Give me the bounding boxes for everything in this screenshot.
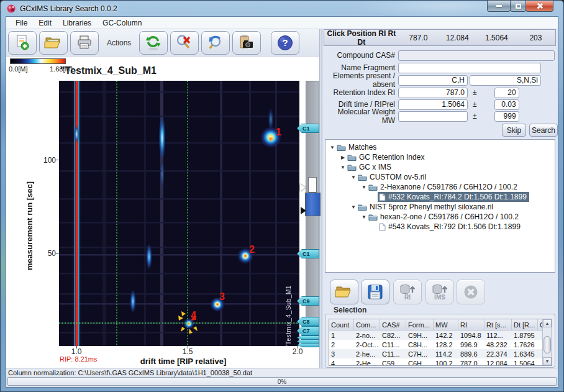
col-formula[interactable]: Form... [406, 319, 434, 330]
open-file-button[interactable] [39, 31, 68, 55]
expander-icon[interactable]: ▼ [329, 145, 335, 150]
folder-icon [358, 203, 367, 211]
elements-absent-field[interactable]: S,N,Si [470, 75, 541, 86]
retention-index-tolerance-field[interactable]: 20 [494, 88, 519, 98]
table-row[interactable]: 42-He...C59...C6H...100.2787.012.0841.50… [329, 358, 542, 366]
expander-icon[interactable]: ▼ [350, 175, 357, 180]
table-row[interactable]: 12-no...C82...C9H...142.21094.8112...1.8… [329, 330, 542, 340]
title-bar[interactable]: GCxIMS Library Search 0.0.2 [1, 1, 563, 16]
menu-libraries[interactable]: Libraries [57, 17, 97, 29]
compound-cas-field[interactable] [398, 50, 555, 61]
print-button[interactable] [70, 31, 99, 55]
plusminus-symbol: ± [473, 88, 477, 97]
reset-zoom-button[interactable] [201, 31, 230, 55]
peak-label-4: 4 [191, 310, 196, 321]
selected-match[interactable]: #532 Kovats_RI:784.2 Dt:1.506 Dt:1.1899 [378, 192, 529, 202]
scale-scrollbar[interactable] [306, 81, 319, 346]
col-rt[interactable]: Rt [s... [484, 319, 512, 330]
delete-selection-button[interactable] [457, 280, 485, 304]
maximize-icon [516, 4, 521, 9]
save-selection-button[interactable] [361, 280, 389, 304]
scale-marker-white[interactable] [300, 184, 306, 191]
carbon-tag-c1b[interactable]: C1 [297, 249, 319, 258]
scale-slider-upper[interactable] [308, 177, 317, 193]
minimize-icon [496, 5, 502, 7]
scale-slider-thumb[interactable] [305, 193, 321, 216]
menu-file[interactable]: File [10, 17, 33, 29]
new-file-button[interactable] [8, 31, 37, 55]
add-to-ims-library-button[interactable]: IMS [425, 280, 454, 304]
carbon-tag-stack[interactable] [297, 339, 319, 344]
help-button[interactable]: ? [271, 31, 299, 55]
scroll-down-button[interactable]: ▼ [543, 357, 552, 365]
plusminus-symbol: ± [473, 112, 477, 121]
carbon-tag-stack[interactable] [297, 343, 319, 347]
tree-node-gc-x-ims[interactable]: ▼ GC x IMS [325, 162, 555, 172]
expander-icon[interactable]: ▼ [361, 214, 367, 220]
expander-icon[interactable]: ▼ [350, 204, 357, 210]
load-selection-button[interactable] [330, 280, 358, 304]
clear-search-button[interactable] [170, 31, 199, 55]
menu-edit[interactable]: Edit [33, 17, 57, 29]
name-fragment-field[interactable] [398, 63, 541, 73]
refresh-icon [145, 34, 162, 52]
carbon-tag-c9[interactable]: C9 [297, 296, 319, 306]
add-to-ri-library-button[interactable]: RI [393, 280, 422, 304]
drift-time-field[interactable]: 1.5064 [398, 99, 468, 110]
col-dt[interactable]: Dt [R... [512, 319, 538, 330]
x-tick-1_5: 1.5 [180, 347, 196, 356]
drift-time-tolerance-field[interactable]: 0.03 [494, 99, 519, 110]
tree-node-gc-retention-index[interactable]: ▶ GC Retention Index [325, 152, 555, 162]
minimize-button[interactable] [487, 1, 511, 12]
skip-button[interactable]: Skip [502, 124, 526, 137]
col-count[interactable]: Count [329, 319, 354, 330]
tree-node-hexan-2-one[interactable]: ▼ hexan-2-one / C591786 / C6H12O / 100.2 [325, 212, 555, 222]
tree-node-match-532[interactable]: #532 Kovats_RI:784.2 Dt:1.506 Dt:1.1899 [325, 192, 555, 202]
col-ri[interactable]: RI [458, 319, 484, 330]
plusminus-symbol: ± [473, 100, 477, 109]
tree-node-2-hexanone[interactable]: ▼ 2-Hexanone / C591786 / C6H12O / 100.2 [325, 182, 555, 192]
folder-icon [337, 144, 346, 151]
intensity-colorbar [10, 58, 66, 64]
scale-marker-black[interactable] [301, 207, 306, 214]
table-scrollbar[interactable]: ▲ ▼ [542, 319, 552, 365]
expander-icon[interactable]: ▶ [340, 155, 346, 160]
maximize-button[interactable] [510, 1, 526, 12]
scrollbar-thumb[interactable] [544, 336, 551, 353]
expander-icon[interactable]: ▼ [340, 165, 346, 170]
tree-node-matches[interactable]: ▼ Matches [325, 142, 555, 152]
folder-icon [358, 173, 367, 181]
scroll-up-button[interactable]: ▲ [543, 319, 552, 327]
carbon-tag-c8[interactable]: C8 [297, 317, 319, 326]
tree-node-nist-library[interactable]: ▼ NIST 5proz Phenyl methyl siloxane.ril [325, 202, 555, 212]
tree-node-match-543[interactable]: #543 Kovats_RI:792 Dt:1.506 Dt:1.1899 [325, 222, 555, 232]
click-position-dt: 1.5064 [477, 34, 516, 42]
col-compound[interactable]: Com... [354, 319, 380, 330]
snapshot-button[interactable] [232, 31, 261, 55]
file-icon [379, 223, 386, 231]
molecular-weight-field[interactable] [398, 111, 468, 122]
elements-present-field[interactable]: C,H [398, 75, 468, 86]
col-mw[interactable]: MW [434, 319, 458, 330]
carbon-tag-c7[interactable]: C7 [297, 326, 319, 335]
col-cas[interactable]: CAS# [380, 319, 406, 330]
heatmap-plot[interactable]: 1 2 3 4 [59, 81, 299, 346]
molecular-weight-tolerance-field[interactable]: 999 [494, 111, 519, 122]
carbon-tag-stack[interactable] [297, 335, 319, 340]
refresh-button[interactable] [139, 31, 168, 55]
scrollbar-track[interactable] [543, 327, 552, 357]
tree-node-custom-ov5[interactable]: ▼ CUSTOM ov-5.ril [325, 172, 555, 182]
table-row[interactable]: 22-Oct...C11...C8H...128.2996.948.2321.7… [329, 340, 542, 349]
ims-button-label: IMS [434, 295, 445, 300]
carbon-tag-c1a[interactable]: C1 [297, 124, 319, 133]
menu-gc-column[interactable]: GC-Column [97, 17, 147, 29]
close-button[interactable] [525, 1, 553, 12]
expander-icon[interactable]: ▼ [361, 185, 367, 190]
table-header-row: Count Com... CAS# Form... MW RI Rt [s...… [329, 319, 542, 330]
heatmap-panel: Actions ? [6, 29, 319, 368]
retention-index-field[interactable]: 787.0 [398, 88, 468, 98]
folder-icon [347, 153, 357, 161]
search-button[interactable]: Search [529, 124, 558, 137]
col-comment[interactable]: Com... [538, 319, 542, 330]
table-row[interactable]: 32-he...C11...C7H...114.2889.622.3741.63… [329, 349, 542, 358]
